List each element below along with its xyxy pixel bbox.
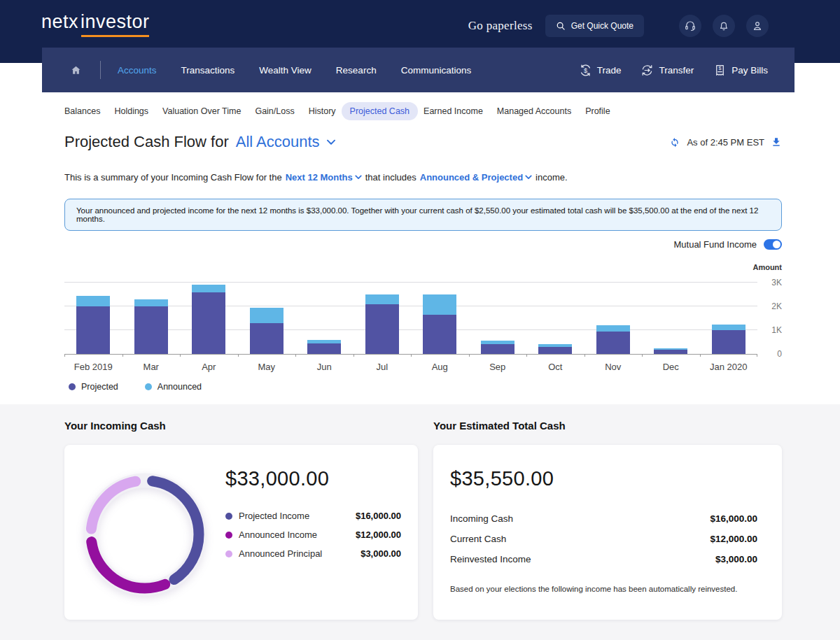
x-label-oct: Oct [526,362,584,372]
nav-divider [100,61,101,79]
bar-segment-projected [365,304,399,354]
bar-segment-projected [134,306,168,354]
go-paperless-link[interactable]: Go paperless [468,19,533,33]
profile-icon [751,20,764,32]
y-axis-title: Amount [752,263,782,271]
bottom-section: Your Incoming Cash Your Estimated Total … [0,404,840,640]
nav-item-accounts[interactable]: Accounts [118,65,157,76]
x-axis-tick [526,354,527,357]
chart-legend: ProjectedAnnounced [69,382,202,392]
subnav-tab-gain-loss[interactable]: Gain/Loss [255,106,294,116]
refresh-icon[interactable] [669,136,680,148]
total-row-label: Current Cash [450,534,710,544]
subnav-tab-earned-income[interactable]: Earned Income [424,106,483,116]
legend-dot-announced [145,383,152,390]
nav-action-transfer[interactable]: Transfer [640,64,694,77]
subnav-tab-balances[interactable]: Balances [64,106,100,116]
bar-segment-announced [596,325,630,331]
total-row-label: Incoming Cash [450,513,710,524]
total-row-incoming-cash: Incoming Cash$16,000.00 [450,513,757,524]
total-row-value: $16,000.00 [710,513,757,524]
bar-segment-projected [596,332,630,354]
incoming-row-value: $3,000.00 [360,548,401,559]
x-axis-tick [122,354,123,357]
support-button[interactable] [679,15,701,37]
nav-item-transactions[interactable]: Transactions [181,65,235,76]
home-button[interactable] [70,64,82,76]
bar-feb-2019 [76,296,110,354]
x-axis-tick [295,354,296,357]
legend-item-announced: Announced [145,382,202,392]
incoming-row-value: $12,000.00 [356,529,401,540]
profile-button[interactable] [746,15,769,37]
summary-sentence: This is a summary of your Incoming Cash … [64,172,568,183]
account-selector[interactable]: All Accounts [236,133,336,151]
bar-oct [538,344,572,354]
brand-logo[interactable]: netxinvestor [41,11,150,33]
estimated-total-amount: $35,550.00 [450,467,554,490]
bar-segment-projected [712,330,746,354]
total-row-value: $12,000.00 [710,534,757,544]
legend-label: Announced [158,382,202,392]
x-label-may: May [237,362,296,372]
incoming-row-value: $16,000.00 [356,511,401,521]
legend-label: Projected [81,382,118,392]
income-type-dropdown[interactable]: Announced & Projected [420,172,532,183]
main-content: BalancesHoldingsValuation Over TimeGain/… [64,92,782,404]
subnav-tab-valuation-over-time[interactable]: Valuation Over Time [162,106,241,116]
bar-segment-announced [192,285,225,292]
bar-chart-plot [64,282,757,354]
subnav-tab-projected-cash[interactable]: Projected Cash [342,102,418,120]
cash-flow-bar-chart: Amount 3K2K1K0 Feb 2019MarAprMayJunJulAu… [64,260,782,404]
y-tick-2K: 2K [771,301,782,311]
legend-dot-projected-income [225,513,232,520]
nav-action-pay-bills[interactable]: $Pay Bills [713,64,768,77]
bar-jan-2020 [712,325,746,354]
summary-part1: This is a summary of your Incoming Cash … [64,172,282,183]
nav-action-label: Trade [597,65,622,76]
notifications-button[interactable] [713,15,735,37]
bar-aug [423,294,456,354]
get-quick-quote-button[interactable]: Get Quick Quote [545,15,644,37]
subnav-tab-profile[interactable]: Profile [585,106,610,116]
x-label-apr: Apr [179,362,238,372]
nav-item-communications[interactable]: Communications [401,65,472,76]
chevron-down-icon [525,175,532,180]
x-axis-tick [584,354,585,357]
x-axis-tick [469,354,470,357]
nav-item-research[interactable]: Research [336,65,377,76]
subnav-tab-history[interactable]: History [309,106,336,116]
download-icon[interactable] [771,136,782,148]
incoming-cash-title: Your Incoming Cash [64,420,166,432]
bar-segment-projected [538,347,572,354]
y-tick-0: 0 [777,349,782,359]
nav-action-trade[interactable]: $Trade [579,64,622,77]
bar-jun [307,340,341,354]
incoming-row-label: Announced Principal [239,548,354,559]
x-axis-tick [757,354,757,357]
x-axis-tick [700,354,701,357]
incoming-row-label: Announced Income [239,529,349,540]
bar-segment-announced [250,308,284,323]
gridline-1K [64,329,757,330]
subnav-tab-holdings[interactable]: Holdings [114,106,148,116]
estimated-total-title: Your Estimated Total Cash [433,420,566,432]
bar-segment-announced [712,325,746,330]
period-dropdown[interactable]: Next 12 Months [286,172,362,183]
x-label-nov: Nov [584,362,643,372]
subnav-tabs: BalancesHoldingsValuation Over TimeGain/… [64,102,610,120]
bar-segment-announced [134,299,168,306]
legend-dot-announced-income [225,532,232,539]
nav-item-wealth-view[interactable]: Wealth View [259,65,312,76]
subnav-tab-managed-accounts[interactable]: Managed Accounts [497,106,571,116]
bar-jul [365,294,399,354]
bar-sep [481,341,514,354]
x-label-aug: Aug [410,362,469,372]
page-title: Projected Cash Flow for [64,133,229,151]
svg-text:$: $ [719,65,722,71]
bar-segment-projected [423,315,456,354]
get-quick-quote-label: Get Quick Quote [571,21,634,31]
mutual-fund-toggle[interactable] [764,239,782,250]
x-label-jun: Jun [295,362,354,372]
total-row-label: Reinvested Income [450,554,715,564]
